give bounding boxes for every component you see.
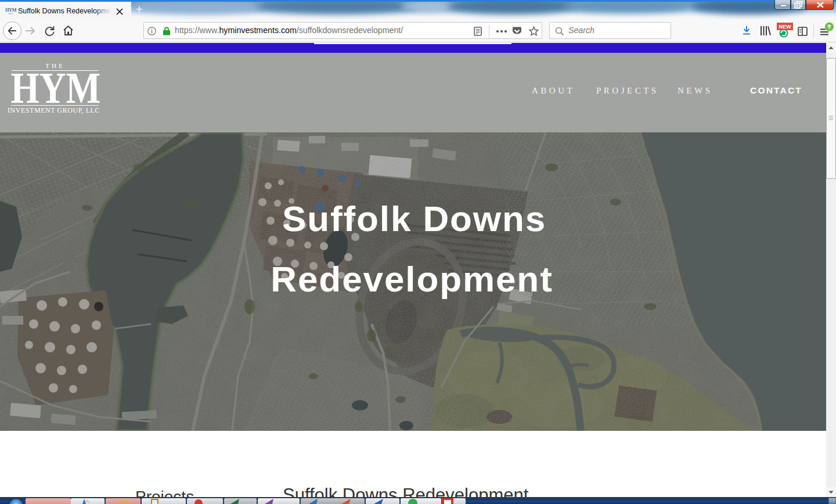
svg-text:NEW: NEW: [779, 24, 792, 30]
